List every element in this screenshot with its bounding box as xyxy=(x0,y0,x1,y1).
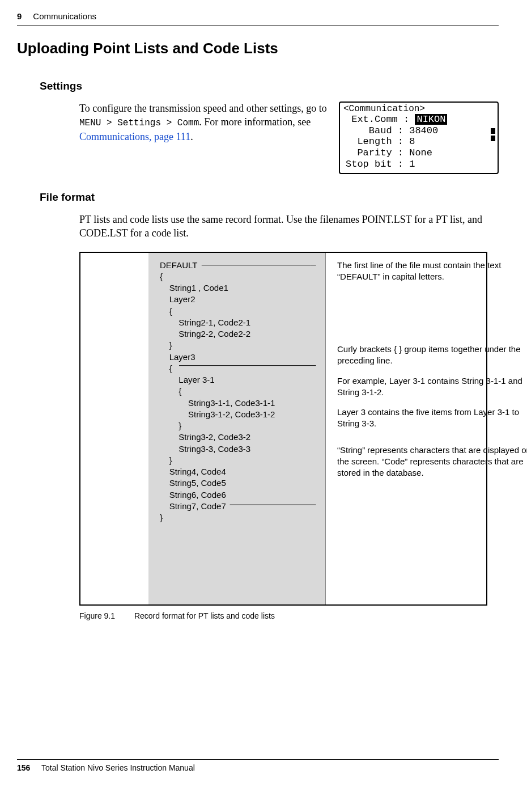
settings-paragraph: To configure the transmission speed and … xyxy=(79,102,328,143)
figure-caption-text: Record format for PT lists and code list… xyxy=(134,611,275,620)
menu-path: MENU > Settings > Comm xyxy=(79,118,199,128)
page-footer: 156 Total Station Nivo Series Instructio… xyxy=(17,759,499,772)
header-rule xyxy=(17,26,499,26)
chapter-title: Communications xyxy=(33,11,96,21)
figure-number: Figure 9.1 xyxy=(79,611,115,620)
xref-link[interactable]: Communications, page 111 xyxy=(79,131,190,142)
page-header: 9 Communications xyxy=(17,11,499,21)
annotation: For example, Layer 3-1 contains String 3… xyxy=(337,375,527,399)
annotation: Curly brackets { } group items together … xyxy=(337,344,527,367)
annotation: “String” represents characters that are … xyxy=(337,445,527,479)
lcd-row: Parity : None xyxy=(342,147,495,159)
text: . For more information, see xyxy=(199,116,311,128)
figure-caption: Figure 9.1 Record format for PT lists an… xyxy=(79,611,487,620)
page-title: Uploading Point Lists and Code Lists xyxy=(17,40,499,57)
lcd-row: Ext.Comm : NIKON xyxy=(342,114,495,125)
lcd-row: Stop bit : 1 xyxy=(342,159,495,170)
lcd-value-selected: NIKON xyxy=(415,114,447,125)
lcd-row: Baud : 38400 xyxy=(342,125,495,137)
text: . xyxy=(190,131,193,142)
file-format-paragraph: PT lists and code lists use the same rec… xyxy=(79,213,487,240)
text: To configure the transmission speed and … xyxy=(79,103,327,114)
lcd-title: <Communication> xyxy=(343,104,495,114)
code-listing: DEFAULT { String1 , Code1 Layer2 { Strin… xyxy=(148,253,326,604)
page-number: 156 xyxy=(17,763,30,772)
figure-frame: DEFAULT { String1 , Code1 Layer2 { Strin… xyxy=(79,252,487,606)
chapter-number: 9 xyxy=(17,11,22,21)
lcd-screenshot: <Communication> Ext.Comm : NIKON Baud : … xyxy=(339,102,499,174)
battery-icon xyxy=(491,128,495,141)
lcd-row: Length : 8 xyxy=(342,136,495,147)
book-title: Total Station Nivo Series Instruction Ma… xyxy=(41,763,195,772)
file-format-heading: File format xyxy=(40,191,499,204)
lcd-label: Ext.Comm : xyxy=(351,114,409,125)
annotation: The first line of the file must contain … xyxy=(337,260,527,283)
settings-heading: Settings xyxy=(40,80,499,92)
annotation: Layer 3 contains the five items from Lay… xyxy=(337,407,527,430)
